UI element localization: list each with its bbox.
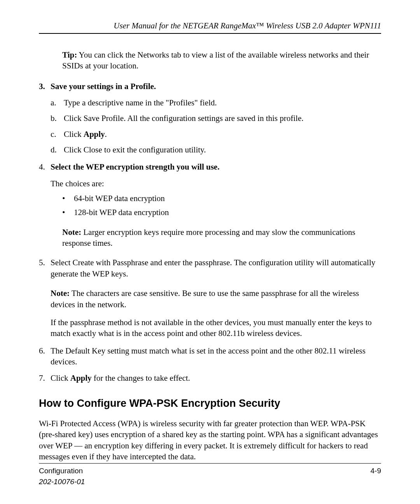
bullet-64bit-text: 64-bit WEP data encryption: [74, 193, 165, 204]
section-heading-wpa: How to Configure WPA-PSK Encryption Secu…: [39, 396, 381, 410]
tip-text: You can click the Networks tab to view a…: [62, 50, 369, 70]
step-3a-marker: a.: [51, 97, 64, 108]
step-3-sublist: a. Type a descriptive name in the "Profi…: [51, 97, 381, 155]
bullet-marker-icon: •: [62, 193, 74, 204]
step-3d-marker: d.: [51, 144, 64, 155]
footer-row: Configuration 4-9: [39, 467, 381, 475]
step-3d: d. Click Close to exit the configuration…: [51, 144, 381, 155]
step-5-extra: If the passphrase method is not availabl…: [51, 317, 381, 339]
step-3c-marker: c.: [51, 129, 64, 140]
step-4-note: Note: Larger encryption keys require mor…: [62, 227, 381, 249]
step-3-title: Save your settings in a Profile.: [51, 82, 156, 91]
step-7-bold: Apply: [70, 373, 92, 383]
page-header-title: User Manual for the NETGEAR RangeMax™ Wi…: [39, 21, 381, 34]
step-4-bullets: • 64-bit WEP data encryption • 128-bit W…: [62, 193, 381, 218]
step-3b: b. Click Save Profile. All the configura…: [51, 113, 381, 124]
step-4-title: Select the WEP encryption strength you w…: [51, 162, 219, 172]
step-4-number: 4.: [39, 161, 51, 172]
step-3b-text: Click Save Profile. All the configuratio…: [64, 113, 381, 124]
step-3c-text: Click Apply.: [64, 129, 381, 140]
step-3c-suffix: .: [105, 130, 107, 139]
step-4-note-text: Larger encryption keys require more proc…: [62, 228, 355, 248]
step-5: 5. Select Create with Passphrase and ent…: [39, 257, 381, 279]
page: User Manual for the NETGEAR RangeMax™ Wi…: [0, 0, 420, 504]
bullet-128bit-text: 128-bit WEP data encryption: [74, 207, 169, 218]
step-6: 6. The Default Key setting must match wh…: [39, 345, 381, 368]
step-5-note: Note: The characters are case sensitive.…: [51, 288, 381, 310]
step-3-heading: 3.Save your settings in a Profile.: [39, 81, 381, 92]
step-5-number: 5.: [39, 257, 51, 279]
step-3c: c. Click Apply.: [51, 129, 381, 140]
step-3c-bold: Apply: [84, 130, 105, 139]
step-3c-prefix: Click: [64, 130, 84, 139]
content-area: Tip: You can click the Networks tab to v…: [39, 49, 381, 462]
bullet-64bit: • 64-bit WEP data encryption: [62, 193, 381, 204]
step-3b-marker: b.: [51, 113, 64, 124]
tip-block: Tip: You can click the Networks tab to v…: [62, 49, 381, 72]
footer-doc-number: 202-10076-01: [39, 478, 381, 486]
step-7-prefix: Click: [51, 373, 70, 383]
footer-section-name: Configuration: [39, 467, 83, 475]
step-6-number: 6.: [39, 345, 51, 368]
section-paragraph: Wi-Fi Protected Access (WPA) is wireless…: [39, 418, 381, 462]
page-footer: Configuration 4-9 202-10076-01: [39, 463, 381, 486]
step-7-number: 7.: [39, 373, 51, 383]
step-4-heading: 4.Select the WEP encryption strength you…: [39, 161, 381, 172]
bullet-128bit: • 128-bit WEP data encryption: [62, 207, 381, 218]
step-7-text: Click Apply for the changes to take effe…: [51, 373, 381, 383]
step-4-note-label: Note:: [62, 228, 81, 237]
step-3a: a. Type a descriptive name in the "Profi…: [51, 97, 381, 108]
step-3-number: 3.: [39, 81, 51, 92]
step-4-intro: The choices are:: [51, 178, 381, 189]
step-7: 7. Click Apply for the changes to take e…: [39, 373, 381, 383]
step-5-note-label: Note:: [51, 289, 70, 298]
step-7-suffix: for the changes to take effect.: [92, 373, 190, 383]
step-5-text: Select Create with Passphrase and enter …: [51, 257, 381, 279]
step-5-note-text: The characters are case sensitive. Be su…: [51, 289, 359, 309]
step-3a-text: Type a descriptive name in the "Profiles…: [64, 97, 381, 108]
step-3d-text: Click Close to exit the configuration ut…: [64, 144, 381, 155]
footer-page-number: 4-9: [371, 467, 381, 475]
tip-label: Tip:: [62, 50, 77, 60]
step-6-text: The Default Key setting must match what …: [51, 345, 381, 368]
bullet-marker-icon: •: [62, 207, 74, 218]
